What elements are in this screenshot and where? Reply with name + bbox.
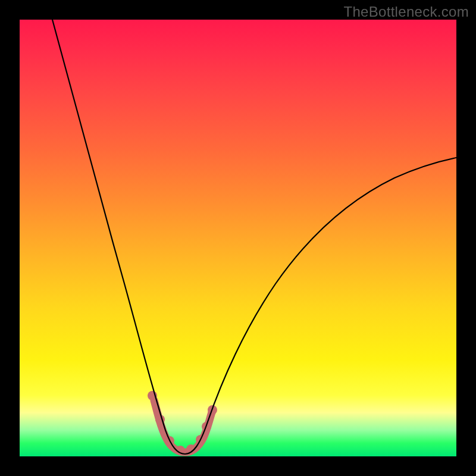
watermark-text: TheBottleneck.com bbox=[343, 4, 469, 20]
outer-frame: TheBottleneck.com bbox=[0, 0, 476, 476]
bottleneck-curve-line bbox=[52, 20, 456, 454]
plot-area bbox=[20, 20, 456, 456]
chart-svg bbox=[20, 20, 456, 456]
